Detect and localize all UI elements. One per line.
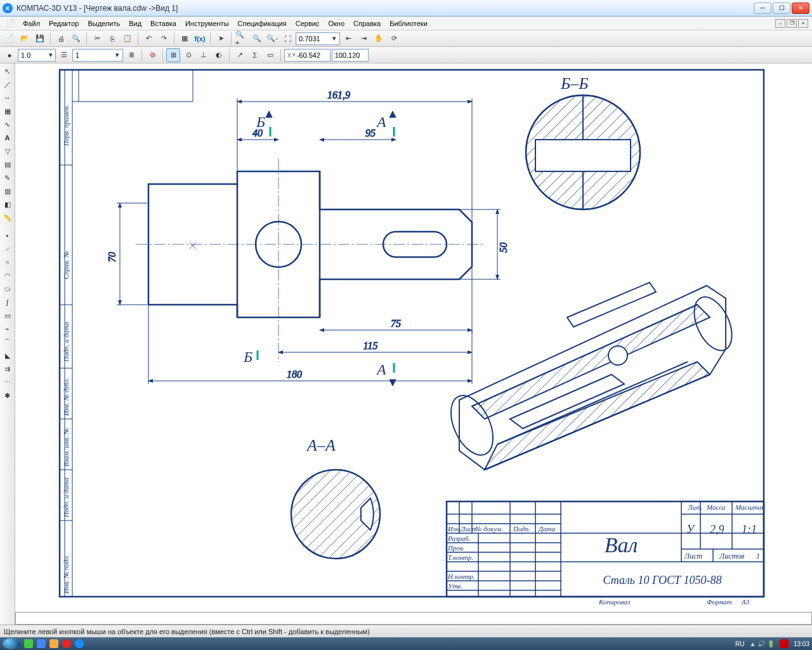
mdi-minimize-button[interactable]: – xyxy=(775,19,785,28)
menu-editor[interactable]: Редактор xyxy=(45,18,82,29)
point-tool-icon[interactable]: • xyxy=(1,229,14,242)
aux-tool-icon[interactable]: ⋯ xyxy=(1,376,14,388)
maximize-button[interactable]: ☐ xyxy=(773,3,790,14)
state-icon[interactable]: ● xyxy=(3,48,16,62)
print-icon[interactable]: 🖨 xyxy=(54,32,68,46)
ati-icon[interactable] xyxy=(780,639,789,648)
coord-x-box[interactable]: XY xyxy=(284,49,331,62)
pan-icon[interactable]: ✋ xyxy=(372,32,386,46)
zoom-combo[interactable]: ▾ xyxy=(296,32,340,45)
coord-y-box[interactable] xyxy=(332,49,369,62)
minimize-button[interactable]: ─ xyxy=(754,3,771,14)
line-tool-icon[interactable]: ／ xyxy=(1,78,14,91)
rough-tool-icon[interactable]: ▽ xyxy=(1,145,14,157)
mdi-restore-button[interactable]: ❐ xyxy=(787,19,797,28)
dimension-tool-icon[interactable]: ↔ xyxy=(1,91,14,104)
variables-icon[interactable]: f(x) xyxy=(193,32,207,46)
zoom-next-icon[interactable]: ⇥ xyxy=(357,32,370,46)
zoom-input[interactable] xyxy=(298,35,331,43)
menu-file[interactable]: Файл xyxy=(19,18,44,29)
taskbar-app-icon[interactable] xyxy=(24,639,33,648)
hatch-tool-icon[interactable]: ▦ xyxy=(1,105,14,117)
opera-icon[interactable] xyxy=(62,639,71,648)
start-button[interactable] xyxy=(3,638,20,649)
chevron-down-icon[interactable]: ▾ xyxy=(114,51,121,59)
layer-input[interactable] xyxy=(74,51,114,59)
zoom-window-icon[interactable]: 🔍 xyxy=(250,32,264,46)
spline-tool-icon[interactable]: ∿ xyxy=(1,118,14,131)
refresh-icon[interactable]: ⟳ xyxy=(387,32,401,46)
close-button[interactable]: ✕ xyxy=(792,3,809,14)
redo-icon[interactable]: ↷ xyxy=(157,32,171,46)
param-tool-icon[interactable]: ◧ xyxy=(1,198,14,211)
segment-tool-icon[interactable]: ⟋ xyxy=(1,242,14,255)
grid-icon[interactable]: ⊞ xyxy=(166,48,180,62)
new-icon[interactable]: 📄 xyxy=(3,32,16,46)
mode-icon[interactable]: ▭ xyxy=(263,48,277,62)
menu-insert[interactable]: Вставка xyxy=(147,18,180,29)
local-cs-icon[interactable]: ↗ xyxy=(233,48,247,62)
symbol-tool-icon[interactable]: ✱ xyxy=(1,389,14,402)
spec-tool-icon[interactable]: ▥ xyxy=(1,185,14,197)
taskbar-app-icon[interactable] xyxy=(49,639,58,648)
menu-libs[interactable]: Библиотеки xyxy=(386,18,431,29)
save-icon[interactable]: 💾 xyxy=(33,32,47,46)
circle-tool-icon[interactable]: ○ xyxy=(1,256,14,269)
zoom-out-icon[interactable]: 🔍- xyxy=(265,32,279,46)
zoom-fit-icon[interactable]: ⛶ xyxy=(280,32,294,46)
coord-y-input[interactable] xyxy=(335,51,365,59)
copy-icon[interactable]: ⎘ xyxy=(105,32,119,46)
offset-tool-icon[interactable]: ⇉ xyxy=(1,362,14,375)
coord-x-input[interactable] xyxy=(297,51,327,59)
select-tool-icon[interactable]: ↖ xyxy=(1,65,14,77)
chevron-down-icon[interactable]: ▾ xyxy=(331,34,338,43)
open-icon[interactable]: 📂 xyxy=(18,32,32,46)
fillet-tool-icon[interactable]: ⌒ xyxy=(1,336,14,348)
tray-lang[interactable]: RU xyxy=(735,640,744,647)
menu-tools[interactable]: Инструменты xyxy=(181,18,233,29)
paste-icon[interactable]: 📋 xyxy=(121,32,134,46)
menu-service[interactable]: Сервис xyxy=(292,18,324,29)
chamfer-tool-icon[interactable]: ◣ xyxy=(1,349,14,362)
tb-tkontr: Т.контр. xyxy=(448,554,473,561)
scale-input[interactable] xyxy=(20,51,47,59)
layer-icon[interactable]: ☰ xyxy=(57,48,71,62)
menu-select[interactable]: Выделить xyxy=(84,18,124,29)
doc-icon[interactable]: 📄 xyxy=(4,17,18,30)
menu-window[interactable]: Окно xyxy=(324,18,348,29)
command-bar[interactable] xyxy=(15,612,812,625)
ellipse-tool-icon[interactable]: ⬭ xyxy=(1,282,14,295)
param-icon[interactable]: Σ xyxy=(248,48,262,62)
table-tool-icon[interactable]: ▤ xyxy=(1,158,14,171)
arc-tool-icon[interactable]: ◠ xyxy=(1,269,14,282)
text-tool-icon[interactable]: A xyxy=(1,131,14,144)
manager-icon[interactable]: ▦ xyxy=(178,32,192,46)
zoom-in-icon[interactable]: 🔍+ xyxy=(235,32,249,46)
zoom-prev-icon[interactable]: ⇤ xyxy=(341,32,355,46)
stop-icon[interactable]: ⊘ xyxy=(145,48,159,62)
layers-icon[interactable]: ≣ xyxy=(124,48,138,62)
polyline-tool-icon[interactable]: ⌁ xyxy=(1,322,14,335)
edit-tool-icon[interactable]: ✎ xyxy=(1,171,14,184)
menu-view[interactable]: Вид xyxy=(125,18,145,29)
cursor-icon[interactable]: ➤ xyxy=(214,32,228,46)
mdi-close-button[interactable]: × xyxy=(798,19,808,28)
undo-icon[interactable]: ↶ xyxy=(141,32,155,46)
scale-combo[interactable]: ▾ xyxy=(18,49,56,62)
drawing-canvas[interactable]: Перв. примен. Справ. № Подп. и дата Инв.… xyxy=(15,63,812,612)
ortho-icon[interactable]: ⊥ xyxy=(197,48,211,62)
kompas-taskbar-icon[interactable] xyxy=(75,639,84,648)
taskbar-app-icon[interactable] xyxy=(37,639,46,648)
snap-icon[interactable]: ⊙ xyxy=(181,48,195,62)
menu-help[interactable]: Справка xyxy=(350,18,384,29)
rect-tool-icon[interactable]: ▭ xyxy=(1,309,14,322)
chevron-down-icon[interactable]: ▾ xyxy=(47,51,54,59)
menu-spec[interactable]: Спецификация xyxy=(234,18,291,29)
cut-icon[interactable]: ✂ xyxy=(90,32,104,46)
round-icon[interactable]: ◐ xyxy=(212,48,226,62)
tb-nkontr: Н.контр. xyxy=(447,573,475,580)
layer-combo[interactable]: ▾ xyxy=(72,49,123,62)
bezier-tool-icon[interactable]: ∫ xyxy=(1,296,14,308)
preview-icon[interactable]: 🔍 xyxy=(69,32,83,46)
measure-tool-icon[interactable]: 📏 xyxy=(1,211,14,224)
